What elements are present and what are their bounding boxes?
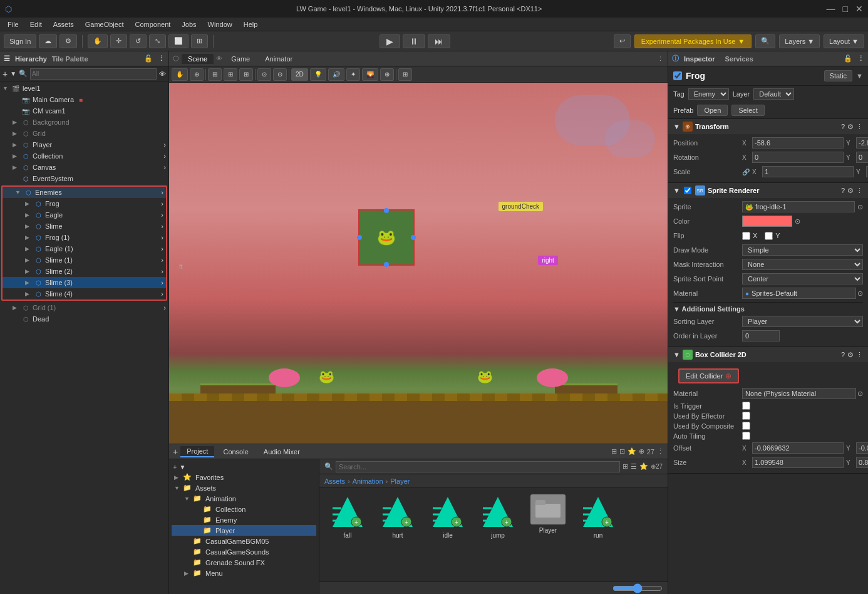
menu-jobs[interactable]: Jobs [177,19,201,29]
tab-services[interactable]: Services [720,54,758,64]
sr-menu-icon[interactable]: ⋮ [856,187,863,195]
flip-x-checkbox[interactable] [742,232,750,240]
tree-eagle-1[interactable]: ▶ ⬡ Eagle (1) › [3,243,166,254]
search-button[interactable]: 🔍 [755,34,775,48]
scale-tool-button[interactable]: ⤡ [149,34,166,48]
project-favorites[interactable]: ▶ ⭐ Favorites [172,472,316,482]
is-trigger-checkbox[interactable] [742,402,750,410]
scene-hand-btn[interactable]: ✋ [172,68,188,81]
tree-frog-1[interactable]: ▶ ⬡ Frog (1) › [3,232,166,243]
rotate-tool-button[interactable]: ↺ [130,34,147,48]
bottom-icon-4[interactable]: ⊕ [639,447,644,456]
project-assets-root[interactable]: ▼ 📁 Assets [172,482,316,493]
hierarchy-arrow-button[interactable]: ▼ [10,70,16,77]
sr-settings-icon[interactable]: ⚙ [847,187,854,195]
scene-grid-btn[interactable]: ⊞ [208,68,222,81]
asset-hurt[interactable]: + hurt [376,494,420,575]
asset-player-folder[interactable]: Player [526,494,570,575]
tree-eagle[interactable]: ▶ ⬡ Eagle › [3,209,166,221]
tree-grid[interactable]: ▶ ⬡ Grid [0,128,168,139]
assets-list-view-btn[interactable]: ☰ [631,462,637,471]
tree-canvas[interactable]: ▶ ⬡ Canvas › [0,162,168,173]
cloud-button[interactable]: ☁ [39,34,57,48]
box-collider-header[interactable]: ▼ □ Box Collider 2D ? ⚙ ⋮ [668,347,868,362]
project-add-btn[interactable]: + [173,463,177,471]
hierarchy-eye-icon[interactable]: 👁 [159,70,166,78]
hierarchy-menu-icon[interactable]: ⋮ [158,55,165,63]
project-bgm[interactable]: 📁 CasualGameBGM05 [172,536,316,546]
sprite-pick-icon[interactable]: ⊙ [857,203,863,211]
scene-2d-btn[interactable]: 2D [291,68,308,81]
tree-enemies[interactable]: ▼ ⬡ Enemies › [3,187,166,198]
project-player[interactable]: 📁 Player [172,525,316,536]
project-animation[interactable]: ▼ 📁 Animation [172,493,316,504]
undo-history-button[interactable]: ↩ [614,34,631,48]
scene-align-btn[interactable]: ⊞ [239,68,253,81]
sprite-renderer-header[interactable]: ▼ SR Sprite Renderer ? ⚙ ⋮ [668,183,868,198]
tree-slime[interactable]: ▶ ⬡ Slime › [3,221,166,232]
position-y-input[interactable] [856,137,868,148]
menu-window[interactable]: Window [203,19,237,29]
handle-left[interactable] [357,235,362,240]
bc-settings-icon[interactable]: ⚙ [847,351,854,359]
menu-file[interactable]: File [3,19,24,29]
collab-button[interactable]: ⚙ [59,34,77,48]
bottom-icon-3[interactable]: ⭐ [628,447,636,456]
assets-icon-view-btn[interactable]: ⊞ [623,462,628,471]
breadcrumb-player[interactable]: Player [390,477,410,485]
bc-help-icon[interactable]: ? [841,351,845,358]
bc-material-pick-icon[interactable]: ⊙ [857,390,863,398]
tree-slime-2[interactable]: ▶ ⬡ Slime (2) › [3,266,166,277]
rotation-y-input[interactable] [856,152,868,163]
hierarchy-add-button[interactable]: + [3,69,8,79]
tab-scene[interactable]: Scene [182,54,214,64]
assets-star-btn[interactable]: ⭐ [639,462,648,471]
breadcrumb-animation[interactable]: Animation [353,477,383,485]
asset-idle[interactable]: + idle [426,494,470,575]
tab-game[interactable]: Game [225,54,256,64]
minimize-button[interactable]: — [827,4,835,14]
tree-root-level1[interactable]: ▼ 🎬 level1 [0,83,168,94]
assets-search-input[interactable] [336,461,620,472]
hierarchy-tab[interactable]: ☰ [4,55,10,63]
scene-menu-icon[interactable]: ⋮ [657,55,664,63]
handle-top[interactable] [384,208,389,213]
offset-x-input[interactable] [752,442,844,454]
layout-button[interactable]: Layout ▼ [824,34,864,48]
sign-in-button[interactable]: Sign In [4,34,36,48]
color-pick-icon[interactable]: ⊙ [795,217,800,226]
handle-right[interactable] [411,235,416,240]
scene-sky-btn[interactable]: 🌄 [362,68,378,81]
menu-help[interactable]: Help [239,19,263,29]
order-in-layer-input[interactable] [742,330,780,341]
material-field[interactable]: ● Sprites-Default [742,288,856,299]
tree-dead[interactable]: ⬡ Dead [0,313,168,325]
scene-extra-btn[interactable]: ⊞ [398,68,412,81]
color-swatch[interactable] [742,216,792,227]
asset-fall[interactable]: + fall [326,494,369,575]
menu-component[interactable]: Component [130,19,175,29]
inspector-lock-icon[interactable]: 🔓 [844,55,852,63]
maximize-button[interactable]: □ [843,4,848,14]
play-button[interactable]: ▶ [380,34,400,48]
flip-y-checkbox[interactable] [765,232,773,240]
scene-light-btn[interactable]: 💡 [310,68,326,81]
menu-edit[interactable]: Edit [25,19,47,29]
scale-x-input[interactable] [762,166,854,177]
tag-select[interactable]: Enemy [688,88,729,100]
sr-help-icon[interactable]: ? [841,187,845,194]
scene-tool-btn2[interactable]: ⊕ [190,68,204,81]
used-by-effector-checkbox[interactable] [742,412,750,420]
transform-help-icon[interactable]: ? [841,123,845,130]
project-sounds[interactable]: 📁 CasualGameSounds [172,546,316,557]
static-arrow-icon[interactable]: ▼ [856,72,863,80]
tree-slime-1[interactable]: ▶ ⬡ Slime (1) › [3,254,166,266]
tree-main-camera[interactable]: 📷 Main Camera ■ [0,94,168,105]
select-button[interactable]: Select [731,105,765,116]
scene-fx-btn[interactable]: ✦ [346,68,360,81]
exp-packages-button[interactable]: Experimental Packages In Use ▼ [634,34,752,48]
hierarchy-search-input[interactable] [30,68,157,80]
offset-y-input[interactable] [856,442,868,454]
project-enemy[interactable]: 📁 Enemy [172,514,316,525]
transform-header[interactable]: ▼ ⊕ Transform ? ⚙ ⋮ [668,119,868,134]
